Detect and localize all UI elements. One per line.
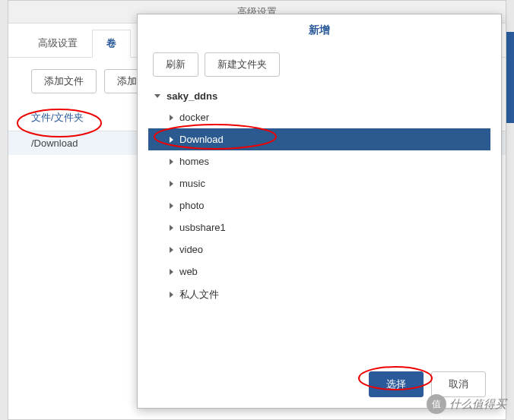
tab-advanced[interactable]: 高级设置: [24, 30, 92, 57]
tree-item-music[interactable]: music: [148, 172, 490, 194]
tree-item-label: video: [179, 244, 203, 255]
modal-title: 新增: [138, 14, 501, 46]
refresh-button[interactable]: 刷新: [153, 52, 198, 77]
tree-item-private[interactable]: 私人文件: [148, 283, 490, 307]
watermark: 值 什么值得买: [427, 394, 506, 414]
tree-view: saky_ddns docker Download homes music ph…: [138, 86, 501, 361]
tree-item-photo[interactable]: photo: [148, 194, 490, 216]
tree-item-label: music: [179, 178, 205, 189]
chevron-down-icon: [154, 94, 160, 98]
chevron-right-icon: [170, 115, 173, 121]
chevron-right-icon: [170, 137, 173, 143]
chevron-right-icon: [170, 225, 173, 231]
tree-root-label: saky_ddns: [167, 90, 217, 102]
add-file-button[interactable]: 添加文件: [31, 69, 97, 93]
tree-item-homes[interactable]: homes: [148, 150, 490, 172]
chevron-right-icon: [170, 181, 173, 187]
watermark-icon: 值: [427, 394, 446, 414]
tree-item-video[interactable]: video: [148, 238, 490, 261]
tree-root[interactable]: saky_ddns: [148, 86, 490, 106]
chevron-right-icon: [170, 203, 173, 209]
tree-item-label: photo: [179, 200, 205, 211]
tree-item-label: usbshare1: [179, 222, 226, 233]
chevron-right-icon: [170, 292, 173, 298]
new-folder-button[interactable]: 新建文件夹: [205, 52, 280, 77]
chevron-right-icon: [170, 269, 173, 275]
chevron-right-icon: [170, 159, 173, 165]
tree-item-docker[interactable]: docker: [148, 106, 490, 128]
tree-item-download[interactable]: Download: [148, 128, 490, 150]
folder-picker-modal: 新增 刷新 新建文件夹 saky_ddns docker Download ho…: [137, 14, 502, 409]
tree-item-label: homes: [179, 156, 209, 167]
bg-stripe: [506, 32, 514, 123]
select-button[interactable]: 选择: [369, 371, 424, 397]
tree-item-usbshare1[interactable]: usbshare1: [148, 216, 490, 238]
chevron-right-icon: [170, 247, 173, 253]
tree-item-label: web: [179, 266, 198, 277]
tree-item-label: Download: [179, 134, 224, 145]
cancel-button[interactable]: 取消: [431, 371, 486, 397]
tree-item-label: 私人文件: [179, 288, 219, 302]
watermark-text: 什么值得买: [449, 397, 506, 412]
tree-item-web[interactable]: web: [148, 261, 490, 283]
tab-volume[interactable]: 卷: [92, 30, 131, 58]
modal-toolbar: 刷新 新建文件夹: [138, 46, 501, 86]
tree-item-label: docker: [179, 112, 209, 123]
